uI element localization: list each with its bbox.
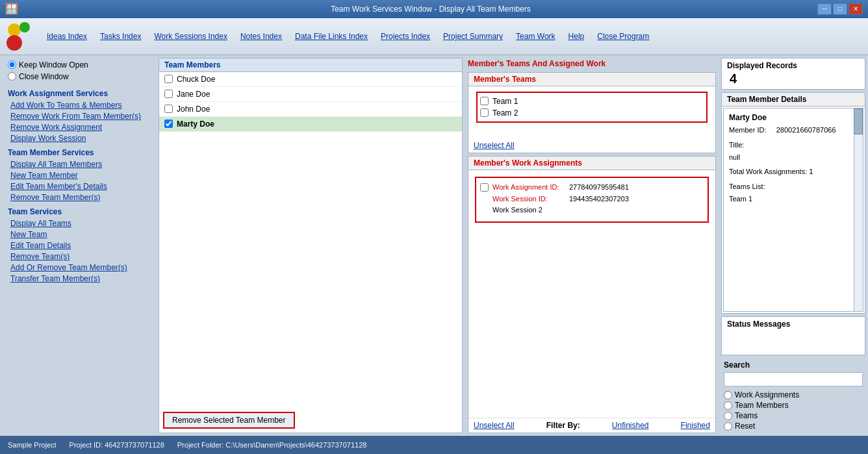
- table-row[interactable]: Marty Doe: [159, 117, 462, 132]
- sidebar-item-team-work[interactable]: Team Work: [516, 32, 555, 41]
- link-remove-work-team-members[interactable]: Remove Work From Team Member(s): [8, 112, 148, 121]
- detail-member-name: Marty Doe: [729, 111, 858, 124]
- member-details-scroll: Marty Doe Member ID: 280021660787066 Tit…: [723, 108, 863, 312]
- search-work-assignments-label: Work Assignments: [735, 390, 799, 399]
- maximize-button[interactable]: □: [833, 3, 847, 15]
- team1-checkbox[interactable]: [480, 97, 489, 105]
- search-teams-radio[interactable]: Teams: [724, 411, 863, 420]
- detail-teams-list-row: Teams List: Team 1: [729, 181, 858, 205]
- sidebar-item-notes-index[interactable]: Notes Index: [240, 32, 282, 41]
- detail-title-row: Title: null: [729, 139, 858, 163]
- search-work-assignments-radio[interactable]: Work Assignments: [724, 390, 863, 399]
- sidebar-item-close-program[interactable]: Close Program: [597, 32, 649, 41]
- detail-teams-list-label: Teams List:: [729, 181, 858, 193]
- link-display-all-team-members[interactable]: Display All Team Members: [8, 160, 148, 169]
- team-members-panel-title: Team Members: [159, 58, 462, 72]
- work-session-id-label: Work Session ID:: [492, 194, 564, 205]
- center-panel: Team Members Chuck Doe Jane Doe John Doe: [156, 55, 465, 436]
- sidebar-item-project-summary[interactable]: Project Summary: [443, 32, 503, 41]
- sidebar-item-tasks-index[interactable]: Tasks Index: [100, 32, 141, 41]
- link-edit-team-details[interactable]: Edit Team Details: [8, 241, 148, 250]
- remove-selected-team-member-button[interactable]: Remove Selected Team Member: [163, 412, 295, 429]
- filter-row: Unselect All Filter By: Unfinished Finis…: [468, 418, 715, 433]
- search-input-wrapper[interactable]: [724, 372, 863, 386]
- detail-member-id-label: Member ID:: [729, 126, 774, 134]
- member-list: Chuck Doe Jane Doe John Doe Marty Doe: [159, 72, 462, 408]
- member-details-title: Team Member Details: [722, 93, 865, 107]
- list-item[interactable]: Team 1: [480, 95, 704, 107]
- team2-checkbox[interactable]: [480, 108, 489, 117]
- far-right-panel: Displayed Records 4 Team Member Details …: [719, 55, 868, 436]
- search-team-members-input[interactable]: [724, 401, 732, 410]
- section-main-title: Member's Teams And Assigned Work: [468, 58, 716, 69]
- keep-window-open-label: Keep Window Open: [19, 60, 88, 69]
- link-remove-work-assignment[interactable]: Remove Work Assignment: [8, 123, 148, 132]
- work-assignment-row[interactable]: Work Assignment ID: 277840979595481 Work…: [480, 182, 704, 216]
- member-name-john: John Doe: [177, 105, 210, 114]
- search-teams-label: Teams: [735, 411, 758, 420]
- filter-finished[interactable]: Finished: [681, 421, 710, 430]
- member-checkbox-john[interactable]: [164, 105, 173, 113]
- work-assignment-id-value: 277840979595481: [569, 182, 629, 194]
- close-button[interactable]: ✕: [849, 3, 863, 15]
- link-display-work-session[interactable]: Display Work Session: [8, 134, 148, 143]
- teams-box: Team 1 Team 2: [476, 92, 708, 123]
- link-add-work-teams-members[interactable]: Add Work To Teams & Members: [8, 101, 148, 110]
- search-reset-label: Reset: [735, 422, 755, 431]
- svg-point-1: [19, 22, 30, 32]
- teams-unselect-all[interactable]: Unselect All: [468, 138, 715, 153]
- link-add-remove-team-members[interactable]: Add Or Remove Team Member(s): [8, 263, 148, 272]
- filter-unfinished[interactable]: Unfinished: [612, 421, 649, 430]
- search-radio-group: Work Assignments Team Members Teams Rese…: [724, 390, 863, 431]
- window-mode-group: Keep Window Open Close Window: [8, 60, 148, 81]
- search-team-members-label: Team Members: [735, 401, 789, 410]
- table-row[interactable]: Chuck Doe: [159, 72, 462, 87]
- team2-label: Team 2: [492, 108, 518, 118]
- sidebar-item-help[interactable]: Help: [568, 32, 585, 41]
- detail-member-id-value: 280021660787066: [776, 126, 836, 134]
- work-assignment-details: Work Assignment ID: 277840979595481 Work…: [492, 182, 629, 216]
- link-display-all-teams[interactable]: Display All Teams: [8, 219, 148, 228]
- work-assignment-checkbox[interactable]: [480, 183, 489, 192]
- search-reset-radio[interactable]: Reset: [724, 422, 863, 431]
- work-unselect-all[interactable]: Unselect All: [474, 421, 515, 430]
- link-edit-team-member-details[interactable]: Edit Team Member's Details: [8, 182, 148, 191]
- member-details-box: Team Member Details Marty Doe Member ID:…: [721, 92, 865, 314]
- search-work-assignments-input[interactable]: [724, 391, 732, 399]
- member-name-jane: Jane Doe: [177, 90, 210, 99]
- member-checkbox-marty[interactable]: [164, 120, 173, 128]
- close-window-input[interactable]: [8, 72, 16, 81]
- sidebar-item-work-sessions-index[interactable]: Work Sessions Index: [154, 32, 227, 41]
- sidebar-item-ideas-index[interactable]: Ideas Index: [47, 32, 87, 41]
- member-checkbox-jane[interactable]: [164, 90, 173, 98]
- search-teams-input[interactable]: [724, 412, 732, 420]
- minimize-button[interactable]: ─: [817, 3, 832, 15]
- table-row[interactable]: John Doe: [159, 102, 462, 117]
- link-new-team[interactable]: New Team: [8, 230, 148, 239]
- link-transfer-team-members[interactable]: Transfer Team Member(s): [8, 274, 148, 283]
- search-title: Search: [724, 360, 863, 370]
- link-new-team-member[interactable]: New Team Member: [8, 171, 148, 180]
- keep-window-open-radio[interactable]: Keep Window Open: [8, 60, 148, 69]
- member-name-chuck: Chuck Doe: [177, 75, 215, 84]
- sidebar-item-data-file-links-index[interactable]: Data File Links Index: [295, 32, 368, 41]
- member-name-marty: Marty Doe: [177, 120, 214, 129]
- close-window-radio[interactable]: Close Window: [8, 72, 148, 81]
- scroll-track[interactable]: [854, 108, 863, 311]
- search-reset-input[interactable]: [724, 422, 732, 431]
- status-project-id: Project ID: 464273737071128: [70, 441, 164, 449]
- list-item[interactable]: Team 2: [480, 107, 704, 119]
- search-input[interactable]: [724, 373, 862, 386]
- status-project-name: Sample Project: [8, 441, 57, 449]
- title-bar-title: Team Work Services Window - Display All …: [44, 5, 817, 14]
- menu-items: Ideas Index Tasks Index Work Sessions In…: [47, 32, 649, 41]
- link-remove-teams[interactable]: Remove Team(s): [8, 252, 148, 261]
- search-team-members-radio[interactable]: Team Members: [724, 401, 863, 410]
- table-row[interactable]: Jane Doe: [159, 87, 462, 102]
- sidebar-item-projects-index[interactable]: Projects Index: [381, 32, 430, 41]
- scroll-thumb[interactable]: [854, 108, 863, 134]
- member-checkbox-chuck[interactable]: [164, 75, 173, 83]
- keep-window-open-input[interactable]: [8, 60, 16, 69]
- link-remove-team-members[interactable]: Remove Team Member(s): [8, 193, 148, 202]
- status-bar: Sample Project Project ID: 4642737370711…: [0, 436, 868, 454]
